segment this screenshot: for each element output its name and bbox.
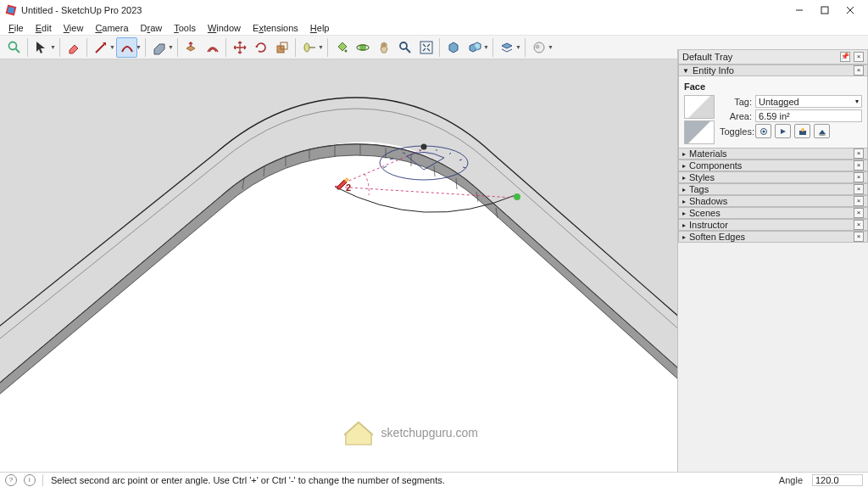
svg-point-38 — [514, 193, 520, 200]
menu-bar: File Edit View Camera Draw Tools Window … — [0, 20, 868, 36]
entity-type-label: Face — [684, 80, 862, 95]
window-title: Untitled - SketchUp Pro 2023 — [21, 5, 142, 15]
maximize-button[interactable] — [812, 1, 837, 20]
collapse-icon: ▼ — [682, 67, 689, 75]
svg-point-37 — [421, 144, 427, 150]
close-button[interactable] — [837, 1, 863, 20]
warehouse-dropdown-icon[interactable]: ▼ — [548, 44, 554, 50]
status-bar: ? i Select second arc point or enter ang… — [0, 472, 868, 487]
svg-line-7 — [15, 48, 19, 53]
eraser-tool-icon[interactable] — [63, 37, 84, 58]
watermark-text: sketchupguru.com — [381, 426, 478, 439]
svg-point-44 — [819, 134, 826, 136]
help-icon[interactable]: ? — [5, 474, 17, 486]
solid-dropdown-icon[interactable]: ▼ — [483, 44, 489, 50]
search-icon[interactable] — [3, 37, 25, 58]
toggle-hidden-icon[interactable] — [755, 124, 771, 138]
svg-point-20 — [535, 44, 539, 48]
outer-shell-icon[interactable] — [442, 37, 464, 58]
menu-window[interactable]: Window — [203, 22, 246, 34]
svg-point-41 — [762, 130, 765, 132]
menu-help[interactable]: Help — [305, 22, 335, 34]
title-bar: Untitled - SketchUp Pro 2023 — [0, 0, 868, 20]
scale-tool-icon[interactable] — [271, 37, 292, 58]
svg-point-16 — [400, 42, 407, 49]
svg-text:2: 2 — [346, 182, 351, 193]
pushpull-tool-icon[interactable] — [181, 37, 202, 58]
entity-info-title: Entity Info — [693, 65, 734, 76]
tray-close-icon[interactable]: × — [854, 52, 864, 62]
zoom-tool-icon[interactable] — [394, 37, 415, 58]
toggles-label: Toggles: — [720, 126, 752, 137]
layers-icon[interactable] — [496, 37, 517, 58]
arc-tool-icon[interactable] — [116, 37, 137, 58]
measure-dropdown-icon[interactable]: ▼ — [318, 44, 324, 50]
section-tags[interactable]: ▸Tags× — [678, 183, 868, 195]
svg-point-13 — [344, 49, 347, 52]
3d-warehouse-icon[interactable] — [528, 37, 549, 58]
pan-tool-icon[interactable] — [373, 37, 394, 58]
model-canvas[interactable]: 2 — [0, 59, 677, 472]
minimize-button[interactable] — [787, 1, 812, 20]
select-dropdown-icon[interactable]: ▼ — [50, 44, 56, 50]
section-components[interactable]: ▸Components× — [678, 160, 868, 171]
rectangle-tool-icon[interactable] — [148, 37, 170, 58]
section-materials[interactable]: ▸Materials× — [678, 148, 868, 160]
back-face-swatch[interactable] — [684, 120, 715, 144]
line-tool-icon[interactable] — [90, 37, 111, 58]
section-shadows[interactable]: ▸Shadows× — [678, 195, 868, 207]
shape-dropdown-icon[interactable]: ▼ — [168, 44, 174, 50]
arc-dropdown-icon[interactable]: ▼ — [136, 44, 142, 50]
svg-rect-18 — [420, 42, 432, 53]
measure-label: Angle — [779, 475, 803, 485]
layers-dropdown-icon[interactable]: ▼ — [515, 44, 521, 50]
watermark: sketchupguru.com — [342, 419, 478, 446]
viewport[interactable]: 2 sketchupguru.com — [0, 59, 677, 472]
menu-edit[interactable]: Edit — [31, 22, 57, 34]
menu-draw[interactable]: Draw — [136, 22, 168, 34]
svg-point-11 — [304, 43, 309, 52]
menu-tools[interactable]: Tools — [169, 22, 201, 34]
section-scenes[interactable]: ▸Scenes× — [678, 207, 868, 219]
area-value: 6.59 in² — [755, 109, 862, 122]
tag-dropdown[interactable]: Untagged▾ — [755, 95, 862, 108]
line-dropdown-icon[interactable]: ▼ — [109, 44, 115, 50]
menu-camera[interactable]: Camera — [90, 22, 133, 34]
tray-title: Default Tray — [682, 52, 732, 62]
front-face-swatch[interactable] — [684, 95, 715, 119]
area-label: Area: — [720, 111, 752, 121]
svg-point-6 — [8, 42, 16, 49]
app-icon — [5, 4, 17, 16]
menu-view[interactable]: View — [58, 22, 89, 34]
status-hint: Select second arc point or enter angle. … — [50, 475, 772, 485]
tag-label: Tag: — [720, 97, 752, 107]
select-tool-icon[interactable] — [31, 37, 52, 58]
measure-input[interactable]: 120.0 — [812, 474, 863, 486]
move-tool-icon[interactable] — [229, 37, 250, 58]
tray-pin-icon[interactable]: 📌 — [840, 52, 850, 62]
offset-tool-icon[interactable] — [202, 37, 223, 58]
toggle-shadows-cast-icon[interactable] — [814, 124, 830, 138]
menu-extensions[interactable]: Extensions — [248, 22, 303, 34]
entity-info-header[interactable]: ▼ Entity Info × — [678, 64, 868, 76]
section-soften[interactable]: ▸Soften Edges× — [678, 231, 868, 243]
svg-point-43 — [801, 128, 804, 132]
svg-line-8 — [96, 44, 104, 53]
panel-close-icon[interactable]: × — [854, 65, 864, 76]
tray-header[interactable]: Default Tray 📌 × — [678, 49, 868, 64]
tape-measure-tool-icon[interactable] — [298, 37, 320, 58]
rotate-tool-icon[interactable] — [250, 37, 271, 58]
toggle-shadows-receive-icon[interactable] — [794, 124, 810, 138]
orbit-tool-icon[interactable] — [352, 37, 373, 58]
solid-tools-icon[interactable] — [464, 37, 485, 58]
entity-info-panel: Face Tag: Untagged▾ Area: 6.59 in² Toggl… — [678, 76, 868, 148]
paint-bucket-tool-icon[interactable] — [331, 37, 352, 58]
zoom-extents-tool-icon[interactable] — [415, 37, 437, 58]
toggle-lock-icon[interactable] — [775, 124, 791, 138]
section-instructor[interactable]: ▸Instructor× — [678, 219, 868, 231]
section-styles[interactable]: ▸Styles× — [678, 171, 868, 183]
svg-line-17 — [406, 48, 410, 53]
menu-file[interactable]: File — [3, 22, 29, 34]
info-icon[interactable]: i — [24, 474, 36, 486]
svg-rect-3 — [821, 7, 828, 14]
